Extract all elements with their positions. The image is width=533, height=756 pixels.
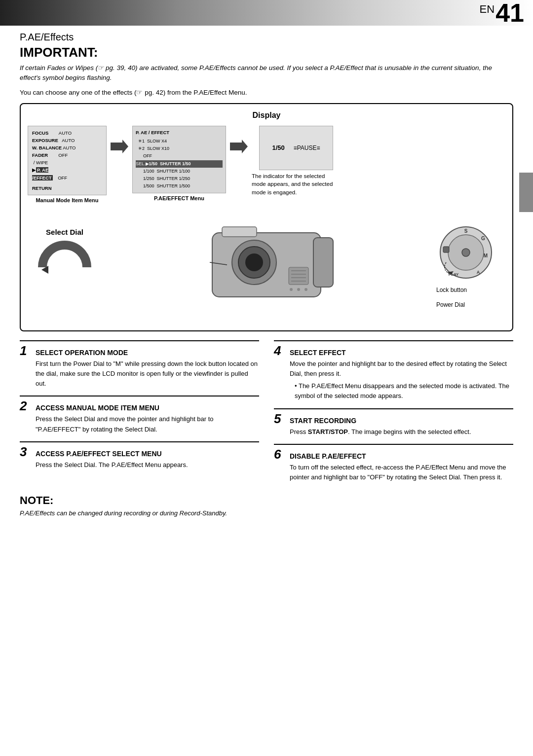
screen2-line3: OFF (136, 152, 223, 160)
screen1-col: FOCUS AUTO EXPOSURE AUTO W. BALANCE AUTO… (28, 126, 107, 204)
step-2-block: 2 ACCESS MANUAL MODE ITEM MENU Press the… (20, 396, 259, 434)
screen1-content: FOCUS AUTO EXPOSURE AUTO W. BALANCE AUTO… (32, 129, 102, 192)
step-5-header: 5 START RECORDING (274, 412, 513, 425)
important-title: IMPORTANT: (20, 45, 513, 60)
step-6-num: 6 (274, 448, 286, 461)
step-4-bullet: The P.AE/Effect Menu disappears and the … (290, 381, 513, 401)
screen3-col: 1/50 ≡PAUSE≡ The indicator for the selec… (252, 126, 341, 197)
note-title: NOTE: (20, 494, 513, 507)
step-1-num: 1 (20, 344, 32, 357)
screen2-line6: 1/500 SHUTTER 1/500 (136, 182, 223, 190)
screen1: FOCUS AUTO EXPOSURE AUTO W. BALANCE AUTO… (28, 126, 107, 196)
screen2-line5: 1/250 SHUTTER 1/250 (136, 175, 223, 182)
screen3: 1/50 ≡PAUSE≡ (259, 126, 333, 170)
lock-button-label: Lock button (436, 284, 467, 296)
steps-section: 1 SELECT OPERATION MODE First turn the P… (20, 340, 513, 489)
step-3-num: 3 (20, 445, 32, 458)
svg-rect-14 (313, 238, 333, 287)
screens-wrapper: FOCUS AUTO EXPOSURE AUTO W. BALANCE AUTO… (28, 126, 505, 204)
arrow2 (230, 140, 248, 153)
step-4-num: 4 (274, 344, 286, 357)
step-3-block: 3 ACCESS P.AE/EFFECT SELECT MENU Press t… (20, 441, 259, 470)
lock-power-section: S G M A PLAY Loc (436, 223, 495, 311)
svg-rect-13 (222, 227, 257, 237)
screen2-col: P. AE / EFFECT ✳1 SLOW X4 ✳2 SLOW X10 OF… (132, 126, 226, 201)
steps-right: 4 SELECT EFFECT Move the pointer and hig… (274, 340, 513, 489)
arrow1 (111, 140, 128, 153)
display-box: Display FOCUS AUTO EXPOSURE AUTO W. BALA… (20, 103, 513, 332)
camera-body-svg (183, 213, 350, 312)
screen2-sel-row: SEL.▶1/50 SHUTTER 1/50 (136, 160, 223, 168)
step-2-header: 2 ACCESS MANUAL MODE ITEM MENU (20, 399, 259, 412)
svg-point-32 (462, 249, 470, 256)
screen2-line2: ✳2 SLOW X10 (136, 145, 223, 152)
main-content: P.AE/Effects IMPORTANT: If certain Fades… (0, 26, 533, 533)
note-section: NOTE: P.AE/Effects can be changed during… (20, 494, 513, 518)
screen3-text: 1/50 ≡PAUSE≡ (272, 144, 320, 151)
screen3-description: The indicator for the selected mode appe… (252, 172, 341, 197)
svg-text:S: S (464, 228, 468, 234)
svg-point-15 (290, 288, 293, 291)
svg-rect-18 (289, 267, 308, 285)
step-2-body: Press the Select Dial and move the point… (36, 414, 259, 434)
select-dial-label: Select Dial (46, 228, 83, 236)
display-title: Display (28, 111, 505, 120)
en-label: EN (480, 3, 495, 15)
screen2-line1: ✳1 SLOW X4 (136, 138, 223, 145)
svg-rect-31 (443, 247, 449, 252)
note-body: P.AE/Effects can be changed during recor… (20, 508, 513, 518)
step-5-title: START RECORDING (290, 417, 356, 425)
step-4-header: 4 SELECT EFFECT (274, 344, 513, 357)
svg-text:M: M (484, 253, 488, 258)
power-dial-icon: S G M A PLAY (436, 223, 495, 282)
step-2-num: 2 (20, 399, 32, 412)
step-6-title: DISABLE P.AE/EFFECT (290, 452, 366, 460)
steps-left: 1 SELECT OPERATION MODE First turn the P… (20, 340, 259, 489)
step-1-body: First turn the Power Dial to "M" while p… (36, 359, 259, 389)
step-1-block: 1 SELECT OPERATION MODE First turn the P… (20, 340, 259, 389)
step-6-body: To turn off the selected effect, re-acce… (290, 463, 513, 482)
important-text: If certain Fades or Wipes (☞ pg. 39, 40)… (20, 63, 513, 83)
svg-point-12 (245, 253, 263, 271)
step-3-header: 3 ACCESS P.AE/EFFECT SELECT MENU (20, 445, 259, 458)
step-1-title: SELECT OPERATION MODE (36, 349, 128, 357)
screen2-label: P.AE/EFFECT Menu (154, 195, 204, 201)
step-5-num: 5 (274, 412, 286, 425)
screen3-pause: ≡PAUSE≡ (294, 144, 320, 151)
step-5-block: 5 START RECORDING Press START/STOP. The … (274, 408, 513, 437)
camera-area: Select Dial (28, 208, 505, 317)
section-title: P.AE/Effects (20, 32, 513, 43)
select-dial-icon (38, 240, 92, 294)
step-4-block: 4 SELECT EFFECT Move the pointer and hig… (274, 340, 513, 401)
screen2-header: P. AE / EFFECT (136, 129, 223, 137)
svg-point-16 (297, 288, 300, 291)
screen1-label: Manual Mode Item Menu (36, 197, 98, 203)
step-4-title: SELECT EFFECT (290, 349, 346, 357)
lock-power-labels: Lock button Power Dial (436, 284, 467, 311)
screen2: P. AE / EFFECT ✳1 SLOW X4 ✳2 SLOW X10 OF… (132, 126, 226, 193)
select-dial-section: Select Dial (38, 228, 92, 294)
step-3-title: ACCESS P.AE/EFFECT SELECT MENU (36, 450, 162, 458)
svg-text:A: A (477, 270, 480, 275)
screen2-line4: 1/100 SHUTTER 1/100 (136, 168, 223, 175)
power-dial-label: Power Dial (436, 299, 467, 311)
svg-text:G: G (481, 236, 485, 241)
step-2-title: ACCESS MANUAL MODE ITEM MENU (36, 404, 159, 412)
svg-point-17 (305, 288, 307, 291)
step-4-body: Move the pointer and highlight bar to th… (290, 359, 513, 379)
step-5-body: Press START/STOP. The image begins with … (290, 427, 513, 437)
camera-diagram: Select Dial (28, 213, 505, 312)
step-3-body: Press the Select Dial. The P.AE/Effect M… (36, 460, 259, 470)
screen3-value: 1/50 (272, 144, 284, 151)
header-bar: EN41 (0, 0, 533, 26)
step-6-block: 6 DISABLE P.AE/EFFECT To turn off the se… (274, 444, 513, 482)
step-6-header: 6 DISABLE P.AE/EFFECT (274, 448, 513, 461)
svg-marker-1 (230, 140, 248, 153)
intro-text: You can choose any one of the effects (☞… (20, 88, 513, 96)
svg-marker-0 (111, 140, 128, 153)
side-tab (519, 173, 533, 212)
step-1-header: 1 SELECT OPERATION MODE (20, 344, 259, 357)
page-number: EN41 (480, 0, 533, 26)
